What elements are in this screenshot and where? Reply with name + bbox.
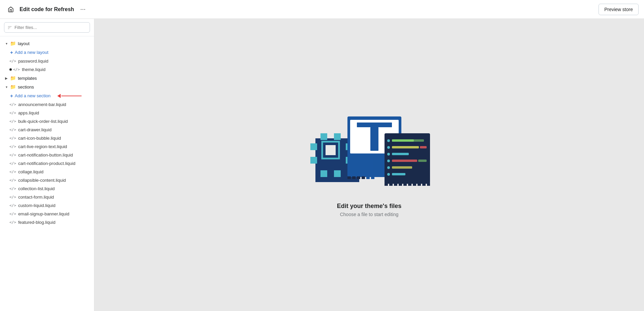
folder-icon: 📁 xyxy=(10,75,16,81)
code-icon: </> xyxy=(9,178,16,182)
filename: apps.liquid xyxy=(18,110,39,115)
chevron-down-icon: ▾ xyxy=(4,41,9,46)
plus-icon: + xyxy=(10,93,13,99)
content-title: Edit your theme's files Choose a file to… xyxy=(337,203,401,217)
file-theme-liquid[interactable]: </> theme.liquid xyxy=(0,65,94,74)
file-email-signup[interactable]: </> email-signup-banner.liquid xyxy=(0,210,94,218)
edit-title: Edit your theme's files xyxy=(337,203,401,210)
more-options-button[interactable] xyxy=(78,4,88,15)
svg-rect-41 xyxy=(371,176,374,179)
back-button[interactable] xyxy=(5,4,16,15)
svg-rect-36 xyxy=(347,176,351,179)
file-cart-notification-btn[interactable]: </> cart-notification-button.liquid xyxy=(0,151,94,159)
svg-rect-38 xyxy=(357,176,360,179)
folder-icon: 📁 xyxy=(10,84,16,90)
search-input[interactable] xyxy=(4,22,90,33)
svg-rect-9 xyxy=(334,170,341,177)
edit-subtitle: Choose a file to start editing xyxy=(337,212,401,217)
templates-folder-label: templates xyxy=(18,76,37,81)
svg-point-24 xyxy=(387,146,390,149)
filename: cart-drawer.liquid xyxy=(18,127,52,132)
theme-illustration xyxy=(307,113,432,197)
filename: cart-notification-button.liquid xyxy=(18,152,73,158)
filename: contact-form.liquid xyxy=(18,195,54,200)
svg-rect-4 xyxy=(320,133,327,140)
svg-rect-51 xyxy=(427,183,430,186)
layout-folder[interactable]: ▾ 📁 layout xyxy=(0,39,94,48)
code-icon: </> xyxy=(9,128,16,132)
filename: cart-notification-product.liquid xyxy=(18,161,75,166)
code-icon: </> xyxy=(9,161,16,166)
filename: bulk-quick-order-list.liquid xyxy=(18,119,68,124)
filename: featured-blog.liquid xyxy=(18,220,56,225)
add-section-row: + Add a new section xyxy=(0,91,94,100)
code-icon: </> xyxy=(9,136,16,140)
header: Edit code for Refresh Preview store xyxy=(0,0,644,19)
svg-point-29 xyxy=(387,160,390,162)
svg-point-1 xyxy=(83,9,83,9)
add-section-label: Add a new section xyxy=(15,93,51,98)
svg-rect-31 xyxy=(418,160,427,162)
svg-rect-17 xyxy=(370,127,378,151)
file-cart-icon-bubble[interactable]: </> cart-icon-bubble.liquid xyxy=(0,134,94,142)
layout-folder-label: layout xyxy=(18,41,30,46)
file-bulk-quick-order[interactable]: </> bulk-quick-order-list.liquid xyxy=(0,117,94,126)
svg-point-21 xyxy=(387,139,390,142)
file-custom-liquid[interactable]: </> custom-liquid.liquid xyxy=(0,201,94,210)
code-icon: </> xyxy=(13,67,20,72)
chevron-right-icon: ▶ xyxy=(4,76,9,80)
svg-rect-50 xyxy=(422,183,426,186)
add-layout-label: Add a new layout xyxy=(15,50,49,55)
file-collection-list[interactable]: </> collection-list.liquid xyxy=(0,184,94,193)
file-contact-form[interactable]: </> contact-form.liquid xyxy=(0,193,94,201)
file-apps[interactable]: </> apps.liquid xyxy=(0,109,94,117)
sections-folder[interactable]: ▾ 📁 sections xyxy=(0,82,94,91)
filename: email-signup-banner.liquid xyxy=(18,211,69,216)
file-collage[interactable]: </> collage.liquid xyxy=(0,168,94,176)
svg-rect-16 xyxy=(357,123,392,127)
chevron-down-icon: ▾ xyxy=(4,84,9,89)
svg-point-27 xyxy=(387,153,390,156)
svg-rect-18 xyxy=(350,156,370,173)
filter-box xyxy=(0,19,94,36)
svg-rect-8 xyxy=(320,170,327,177)
svg-rect-25 xyxy=(392,146,419,148)
file-cart-live-region[interactable]: </> cart-live-region-text.liquid xyxy=(0,142,94,151)
filename: collage.liquid xyxy=(18,169,43,174)
code-icon: </> xyxy=(9,212,16,216)
file-cart-notification-product[interactable]: </> cart-notification-product.liquid xyxy=(0,159,94,168)
svg-rect-5 xyxy=(334,133,341,140)
preview-store-button[interactable]: Preview store xyxy=(599,4,639,15)
code-icon: </> xyxy=(9,59,16,63)
file-tree: ▾ 📁 layout + Add a new layout </> passwo… xyxy=(0,36,94,311)
svg-rect-26 xyxy=(420,146,427,148)
svg-rect-42 xyxy=(385,183,388,186)
svg-rect-47 xyxy=(408,183,411,186)
svg-rect-43 xyxy=(389,183,393,186)
svg-rect-44 xyxy=(394,183,397,186)
svg-rect-30 xyxy=(392,160,417,162)
svg-rect-40 xyxy=(366,176,370,179)
file-password-liquid[interactable]: </> password.liquid xyxy=(0,57,94,65)
file-cart-drawer[interactable]: </> cart-drawer.liquid xyxy=(0,126,94,134)
file-collapsible-content[interactable]: </> collapsible-content.liquid xyxy=(0,176,94,184)
svg-rect-6 xyxy=(310,143,317,150)
page-title: Edit code for Refresh xyxy=(20,6,74,12)
svg-rect-48 xyxy=(413,183,416,186)
add-section-button[interactable]: + Add a new section xyxy=(0,91,55,100)
svg-rect-37 xyxy=(352,176,356,179)
header-left: Edit code for Refresh xyxy=(5,4,88,15)
code-icon: </> xyxy=(9,203,16,208)
main-area: ▾ 📁 layout + Add a new layout </> passwo… xyxy=(0,19,644,311)
svg-rect-46 xyxy=(403,183,407,186)
svg-point-34 xyxy=(387,173,390,176)
svg-point-0 xyxy=(81,9,81,9)
arrow-head xyxy=(57,94,61,98)
code-icon: </> xyxy=(9,186,16,191)
code-icon: </> xyxy=(9,144,16,149)
code-icon: </> xyxy=(9,102,16,107)
file-featured-blog[interactable]: </> featured-blog.liquid xyxy=(0,218,94,227)
add-layout-button[interactable]: + Add a new layout xyxy=(0,48,94,57)
file-announcement-bar[interactable]: </> announcement-bar.liquid xyxy=(0,100,94,109)
templates-folder[interactable]: ▶ 📁 templates xyxy=(0,74,94,82)
